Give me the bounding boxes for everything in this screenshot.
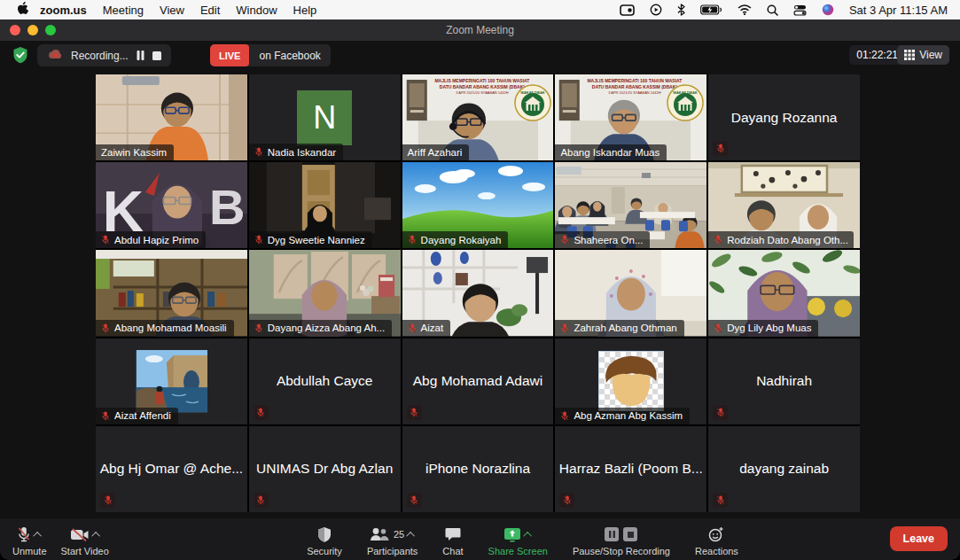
unmute-options-chevron[interactable] bbox=[33, 531, 42, 540]
mic-muted-icon bbox=[713, 405, 728, 420]
participant-tile[interactable]: Zaiwin Kassim bbox=[96, 74, 247, 160]
participant-name: Abg Azman Abg Kassim bbox=[574, 410, 683, 421]
participant-tile[interactable]: Harraz Bazli (Poom B... bbox=[555, 426, 706, 512]
spotlight-icon[interactable] bbox=[767, 4, 778, 16]
participant-tile[interactable]: Abg Hj Omar @ Ache... bbox=[96, 426, 247, 512]
mic-muted-icon bbox=[254, 493, 269, 508]
menu-help[interactable]: Help bbox=[285, 4, 325, 17]
view-button[interactable]: View bbox=[897, 45, 949, 65]
participant-tile[interactable]: Aizat Affendi bbox=[96, 338, 247, 424]
participant-name: Dayang Aizza Abang Ah... bbox=[268, 323, 385, 333]
participant-tile[interactable]: Dayang Rozanna bbox=[708, 74, 860, 160]
participant-tile[interactable]: NNadia Iskandar bbox=[249, 74, 401, 160]
mic-muted-icon bbox=[714, 323, 722, 334]
share-screen-label: Share Screen bbox=[488, 546, 548, 556]
participant-name: Abdul Hapiz Primo bbox=[114, 235, 199, 245]
svg-text:DATU BANDAR ABANG KASSIM (DBAK: DATU BANDAR ABANG KASSIM (DBAK) bbox=[439, 84, 524, 89]
participant-nameplate: Abg Azman Abg Kassim bbox=[555, 408, 690, 424]
menu-zoomus[interactable]: zoom.us bbox=[32, 4, 95, 17]
mic-muted-icon bbox=[100, 493, 115, 508]
participant-tile[interactable]: Aizat bbox=[402, 250, 554, 336]
macos-menubar: zoom.us Meeting View Edit Window Help Sa… bbox=[0, 0, 960, 19]
participant-tile[interactable]: Abg Azman Abg Kassim bbox=[555, 338, 706, 424]
reactions-smiley-icon bbox=[708, 526, 724, 542]
participants-button[interactable]: 25 Participants bbox=[367, 525, 418, 556]
participant-name: Abang Mohamad Moasili bbox=[114, 323, 227, 333]
mic-muted-icon bbox=[560, 234, 569, 245]
participant-tile[interactable]: K B Abdul Hapiz Primo bbox=[96, 162, 247, 248]
mic-muted-icon bbox=[713, 141, 728, 156]
wifi-icon[interactable] bbox=[738, 4, 752, 15]
share-options-chevron[interactable] bbox=[523, 531, 532, 540]
encryption-shield-icon[interactable] bbox=[12, 46, 29, 67]
chat-button[interactable]: Chat bbox=[442, 525, 463, 556]
unmute-button[interactable]: Unmute bbox=[12, 525, 47, 556]
menu-window[interactable]: Window bbox=[228, 4, 285, 17]
participant-name: Dayang Rokaiyah bbox=[421, 235, 502, 245]
reactions-button[interactable]: Reactions bbox=[695, 525, 738, 556]
mic-muted-icon bbox=[17, 526, 31, 542]
svg-text:B: B bbox=[209, 179, 246, 235]
menu-edit[interactable]: Edit bbox=[192, 4, 228, 17]
live-badge: LIVE bbox=[210, 44, 249, 66]
participant-tile[interactable]: Abdullah Cayce bbox=[249, 338, 401, 424]
participant-tile[interactable]: MAJLIS MEMPERINGATI 100 TAHUN WASIAT DAT… bbox=[402, 74, 554, 160]
meeting-controls: Unmute Start Video Security 25 bbox=[0, 518, 960, 560]
menu-view[interactable]: View bbox=[152, 4, 192, 17]
participant-tile[interactable]: Zahrah Abang Othman bbox=[555, 250, 706, 336]
siri-icon[interactable] bbox=[822, 4, 834, 16]
share-screen-button[interactable]: Share Screen bbox=[488, 525, 548, 556]
participant-name: Harraz Bazli (Poom B... bbox=[555, 426, 706, 512]
share-screen-icon bbox=[503, 527, 521, 542]
recording-label: Recording... bbox=[71, 50, 129, 62]
pause-recording-icon[interactable] bbox=[137, 51, 144, 60]
unmute-label: Unmute bbox=[12, 546, 47, 556]
mic-muted-icon bbox=[560, 323, 569, 334]
pause-stop-recording-button[interactable]: Pause/Stop Recording bbox=[573, 525, 670, 556]
participant-tile[interactable]: MAJLIS MEMPERINGATI 100 TAHUN WASIAT DAT… bbox=[555, 74, 706, 160]
participant-tile[interactable]: Dayang Aizza Abang Ah... bbox=[249, 250, 401, 336]
participant-tile[interactable]: Dayang Rokaiyah bbox=[402, 162, 554, 248]
recording-label-bottom: Pause/Stop Recording bbox=[573, 546, 670, 556]
participant-name: Zaiwin Kassim bbox=[101, 147, 167, 158]
participants-count: 25 bbox=[394, 529, 404, 540]
svg-text:3 APR 2021/20 SYAABAN 1442H: 3 APR 2021/20 SYAABAN 1442H bbox=[456, 90, 509, 95]
leave-button[interactable]: Leave bbox=[890, 526, 948, 551]
screen-record-icon[interactable] bbox=[620, 4, 635, 16]
participant-tile[interactable]: Dyg Lily Abg Muas bbox=[708, 250, 860, 336]
mic-muted-icon bbox=[408, 234, 417, 245]
battery-icon[interactable] bbox=[700, 4, 722, 15]
participant-tile[interactable]: Rodziah Dato Abang Oth... bbox=[708, 162, 860, 248]
participant-tile[interactable]: Abang Mohamad Moasili bbox=[96, 250, 247, 336]
participant-tile[interactable]: Abg Mohamad Adawi bbox=[402, 338, 554, 424]
mic-muted-icon bbox=[254, 323, 263, 334]
stop-recording-icon[interactable] bbox=[152, 51, 161, 60]
participant-name: Aizat bbox=[421, 323, 444, 333]
menubar-clock[interactable]: Sat 3 Apr 11:15 AM bbox=[849, 4, 948, 17]
live-indicator[interactable]: LIVE on Facebook bbox=[210, 44, 331, 66]
stop-recording-control-icon[interactable] bbox=[623, 527, 637, 541]
airplay-icon[interactable] bbox=[650, 4, 662, 16]
participant-tile[interactable]: Nadhirah bbox=[708, 338, 860, 424]
grid-view-icon bbox=[904, 50, 915, 60]
participant-nameplate: Zahrah Abang Othman bbox=[555, 320, 683, 337]
security-button[interactable]: Security bbox=[307, 525, 342, 556]
live-target-label: on Facebook bbox=[249, 50, 330, 62]
participant-tile[interactable]: dayang zainab bbox=[708, 426, 860, 512]
participant-name: Dyg Sweetie Nanniez bbox=[268, 235, 365, 245]
control-center-icon[interactable] bbox=[793, 4, 807, 16]
window-titlebar: Zoom Meeting bbox=[0, 19, 960, 41]
participant-tile[interactable]: UNIMAS Dr Abg Azlan bbox=[249, 426, 401, 512]
participants-options-chevron[interactable] bbox=[406, 531, 415, 540]
mic-muted-icon bbox=[254, 234, 263, 245]
participant-name: Shaheera On... bbox=[574, 235, 643, 245]
participant-tile[interactable]: iPhone Norazlina bbox=[402, 426, 554, 512]
participant-nameplate: Rodziah Dato Abang Oth... bbox=[708, 231, 854, 248]
apple-menu-icon[interactable] bbox=[12, 2, 32, 18]
security-label: Security bbox=[307, 546, 342, 556]
bluetooth-icon[interactable] bbox=[677, 4, 685, 16]
pause-recording-control-icon[interactable] bbox=[605, 527, 619, 541]
participant-tile[interactable]: Shaheera On... bbox=[555, 162, 706, 248]
participant-tile[interactable]: Dyg Sweetie Nanniez bbox=[249, 162, 401, 248]
menu-meeting[interactable]: Meeting bbox=[95, 4, 152, 17]
